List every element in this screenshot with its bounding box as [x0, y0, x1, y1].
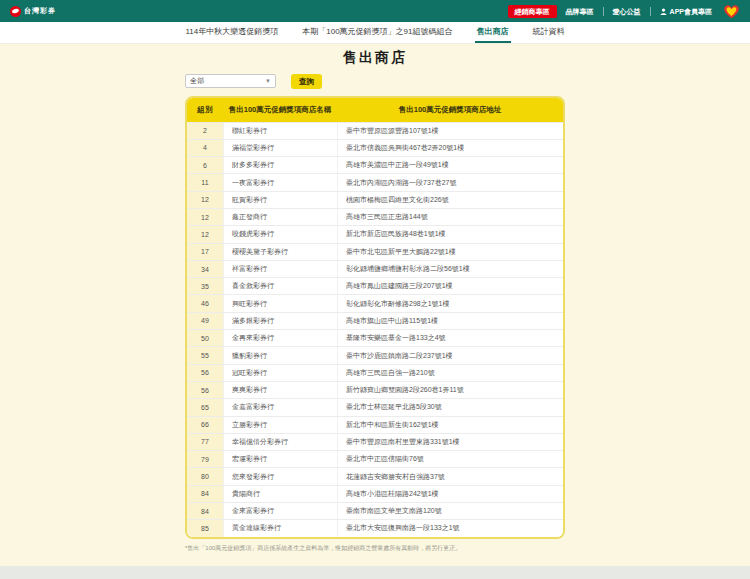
cell-store-name: 金嘉富彩券行	[223, 399, 337, 415]
cell-group: 12	[187, 192, 223, 208]
table-header-row: 組別 售出100萬元促銷獎項商店名稱 售出100萬元促銷獎項商店地址	[187, 98, 563, 122]
cell-store-name: 屘賀彩券行	[223, 192, 337, 208]
cell-group: 49	[187, 313, 223, 329]
cell-store-address: 臺中市豐原區源豐路107號1樓	[337, 123, 563, 139]
table-row: 85 黃金連線彩券行 臺北市大安區復興南路一段133之1號	[187, 519, 563, 536]
nav-tab[interactable]: 114年中秋大樂透促銷獎項	[183, 22, 280, 43]
cell-group: 80	[187, 468, 223, 484]
cell-store-name: 黃金連線彩券行	[223, 520, 337, 536]
cell-store-address: 高雄市旗山區中山路115號1樓	[337, 313, 563, 329]
table-row: 79 宏運彩券行 臺北市中正區信陽街76號	[187, 450, 563, 467]
cell-store-address: 桃園市楊梅區四維里文化街226號	[337, 192, 563, 208]
query-button[interactable]: 查詢	[291, 74, 322, 89]
footer-strip	[0, 566, 750, 579]
cell-store-name: 財多多彩券行	[223, 157, 337, 173]
cell-store-name: 喜金敘彩券行	[223, 278, 337, 294]
group-select[interactable]: 全部 ▼	[185, 74, 276, 88]
cell-store-address: 彰化縣彰化市辭修路298之1號1樓	[337, 295, 563, 311]
table-row: 17 櫻櫻美黛子彩券行 臺中市北屯區新平里大鵬路22號1樓	[187, 243, 563, 260]
header-store-name: 售出100萬元促銷獎項商店名稱	[223, 105, 337, 115]
nav-tab[interactable]: 售出商店	[475, 22, 511, 43]
cell-group: 35	[187, 278, 223, 294]
select-value: 全部	[190, 76, 204, 86]
table-row: 12 鑫正發商行 高雄市三民區正忠路144號	[187, 208, 563, 225]
brand-zone-link[interactable]: 品牌專區	[566, 8, 594, 15]
cell-store-address: 臺北市士林區延平北路5段30號	[337, 399, 563, 415]
cell-store-address: 臺北市信義區吳興街467巷2弄20號1樓	[337, 140, 563, 156]
cell-store-name: 立勝彩券行	[223, 417, 337, 433]
cell-group: 6	[187, 157, 223, 173]
person-icon	[660, 8, 667, 15]
cell-group: 66	[187, 417, 223, 433]
cell-group: 12	[187, 226, 223, 242]
lottery-logo-icon	[10, 6, 21, 17]
cell-store-name: 興旺彩券行	[223, 295, 337, 311]
cell-store-name: 滿多銀彩券行	[223, 313, 337, 329]
cell-store-name: 冠旺彩券行	[223, 365, 337, 381]
cell-store-name: 祥富彩券行	[223, 261, 337, 277]
table-row: 2 聯紅彩券行 臺中市豐原區源豐路107號1樓	[187, 122, 563, 139]
table-row: 84 金來富彩券行 臺南市南區文華里文南路120號	[187, 502, 563, 519]
table-row: 12 咬錢虎彩券行 新北市新店區民族路48巷1號1樓	[187, 225, 563, 242]
topbar: 台灣彩券 經銷商專區 品牌專區 愛心公益 APP會員專區	[0, 0, 750, 22]
table-row: 35 喜金敘彩券行 高雄市鳳山區建國路三段207號1樓	[187, 277, 563, 294]
app-member-link[interactable]: APP會員專區	[660, 8, 712, 15]
cell-store-address: 臺中市豐原區南村里豐東路331號1樓	[337, 434, 563, 450]
cell-store-name: 獵豹彩券行	[223, 347, 337, 363]
cell-group: 56	[187, 382, 223, 398]
page-title: 售出商店	[0, 49, 750, 67]
promo-nav: 114年中秋大樂透促銷獎項 本期「100萬元促銷獎項」之91組號碼組合 售出商店…	[0, 22, 750, 44]
cell-store-address: 高雄市小港區桂陽路242號1樓	[337, 486, 563, 502]
cell-store-name: 貴陽商行	[223, 486, 337, 502]
cell-group: 84	[187, 503, 223, 519]
cell-store-address: 花蓮縣吉安鄉勝安村自強路37號	[337, 468, 563, 484]
cell-store-address: 基隆市安樂區基金一路133之4號	[337, 330, 563, 346]
dealer-zone-button[interactable]: 經銷商專區	[508, 5, 557, 18]
header-store-address: 售出100萬元促銷獎項商店地址	[337, 105, 563, 115]
charity-link[interactable]: 愛心公益	[613, 8, 641, 15]
cell-store-name: 金來富彩券行	[223, 503, 337, 519]
cell-store-address: 新竹縣寶山鄉雙園路2段260巷1弄11號	[337, 382, 563, 398]
cell-store-name: 咬錢虎彩券行	[223, 226, 337, 242]
divider	[650, 7, 651, 16]
cell-group: 55	[187, 347, 223, 363]
cell-store-address: 高雄市三民區正忠路144號	[337, 209, 563, 225]
table-row: 11 一夜富彩券行 臺北市內湖區內湖路一段737巷27號	[187, 173, 563, 190]
cell-store-name: 宏運彩券行	[223, 451, 337, 467]
table-row: 56 爽爽彩券行 新竹縣寶山鄉雙園路2段260巷1弄11號	[187, 381, 563, 398]
table-body: 2 聯紅彩券行 臺中市豐原區源豐路107號1樓 4 滿福堂彩券行 臺北市信義區吳…	[187, 122, 563, 537]
stores-table: 組別 售出100萬元促銷獎項商店名稱 售出100萬元促銷獎項商店地址 2 聯紅彩…	[185, 96, 565, 539]
cell-store-name: 金再來彩券行	[223, 330, 337, 346]
table-row: 6 財多多彩券行 高雄市美濃區中正路一段49號1樓	[187, 156, 563, 173]
table-row: 34 祥富彩券行 彰化縣埔鹽鄉埔鹽村彰水路二段56號1樓	[187, 260, 563, 277]
table-row: 46 興旺彩券行 彰化縣彰化市辭修路298之1號1樓	[187, 294, 563, 311]
table-row: 12 屘賀彩券行 桃園市楊梅區四維里文化街226號	[187, 191, 563, 208]
cell-group: 2	[187, 123, 223, 139]
table-row: 80 您來發彩券行 花蓮縣吉安鄉勝安村自強路37號	[187, 467, 563, 484]
cell-store-name: 鑫正發商行	[223, 209, 337, 225]
cell-store-name: 一夜富彩券行	[223, 174, 337, 190]
cell-store-address: 新北市中和區新生街162號1樓	[337, 417, 563, 433]
divider	[603, 7, 604, 16]
cell-store-address: 新北市新店區民族路48巷1號1樓	[337, 226, 563, 242]
cell-group: 4	[187, 140, 223, 156]
footnote: *售出「100萬元促銷獎項」商店係系統產生之資料為準，惟如經銷商之營業處所有異動…	[185, 544, 565, 553]
table-row: 84 貴陽商行 高雄市小港區桂陽路242號1樓	[187, 485, 563, 502]
cell-store-address: 臺北市大安區復興南路一段133之1號	[337, 520, 563, 536]
cell-group: 84	[187, 486, 223, 502]
cell-store-address: 高雄市鳳山區建國路三段207號1樓	[337, 278, 563, 294]
cell-store-address: 臺北市內湖區內湖路一段737巷27號	[337, 174, 563, 190]
table-row: 50 金再來彩券行 基隆市安樂區基金一路133之4號	[187, 329, 563, 346]
site-logo[interactable]: 台灣彩券	[10, 6, 56, 17]
app-member-label: APP會員專區	[670, 8, 712, 15]
nav-tab[interactable]: 統計資料	[531, 22, 567, 43]
cell-store-name: 聯紅彩券行	[223, 123, 337, 139]
filter-controls: 全部 ▼ 查詢	[185, 74, 565, 89]
cell-group: 79	[187, 451, 223, 467]
nav-tab[interactable]: 本期「100萬元促銷獎項」之91組號碼組合	[300, 22, 454, 43]
table-row: 49 滿多銀彩券行 高雄市旗山區中山路115號1樓	[187, 312, 563, 329]
table-row: 4 滿福堂彩券行 臺北市信義區吳興街467巷2弄20號1樓	[187, 139, 563, 156]
cell-group: 12	[187, 209, 223, 225]
heart-mascot-icon[interactable]	[723, 4, 740, 19]
chevron-down-icon: ▼	[265, 78, 271, 84]
